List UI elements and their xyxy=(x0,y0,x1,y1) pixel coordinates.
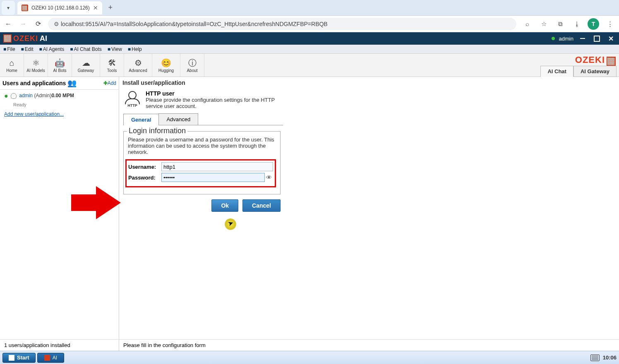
browser-tab[interactable]: OZEKI 10 (192.168.0.126) ✕ xyxy=(17,1,102,14)
tab-close-icon[interactable]: ✕ xyxy=(93,5,98,11)
forward-icon: → xyxy=(18,19,28,29)
hugging-icon: 😊 xyxy=(161,57,171,68)
taskbar-app-icon xyxy=(44,355,50,361)
start-flag-icon xyxy=(9,355,14,361)
menu-bar: ■File ■Edit ■AI Agents ■AI Chat Bots ■Vi… xyxy=(0,45,619,54)
tool-about[interactable]: ⓘAbout xyxy=(180,54,204,77)
view-tab-ai-chat[interactable]: AI Chat xyxy=(540,66,573,77)
sidebar-add-link[interactable]: ✚Add xyxy=(103,80,116,86)
url-text: localhost:9515/AI/?a=InstallSoloApplicat… xyxy=(61,21,328,27)
menu-ai-chat-bots[interactable]: ■AI Chat Bots xyxy=(70,46,102,52)
username-input[interactable] xyxy=(161,162,273,171)
tab-general[interactable]: General xyxy=(123,114,159,125)
tool-ai-models[interactable]: ⚛AI Models xyxy=(24,54,48,77)
ok-button[interactable]: Ok xyxy=(211,199,238,212)
reload-icon[interactable]: ⟳ xyxy=(33,19,43,29)
tab-list-dropdown[interactable]: ▾ xyxy=(2,1,15,15)
about-info-icon: ⓘ xyxy=(188,57,197,68)
clock[interactable]: 10:06 xyxy=(603,354,617,361)
models-icon: ⚛ xyxy=(32,57,40,68)
new-tab-button[interactable]: + xyxy=(105,2,116,14)
password-key-icon[interactable]: ⌕ xyxy=(521,18,533,30)
window-minimize-icon[interactable] xyxy=(578,34,588,43)
bookmark-star-icon[interactable]: ☆ xyxy=(538,18,549,30)
browser-nav-bar: ← → ⟳ ⚙ localhost:9515/AI/?a=InstallSolo… xyxy=(0,16,619,32)
content-footer: Please fill in the configuration form xyxy=(119,339,619,351)
advanced-gear-icon: ⚙ xyxy=(134,57,142,68)
browser-tab-strip: ▾ OZEKI 10 (192.168.0.126) ✕ + xyxy=(0,0,619,16)
tools-icon: 🛠 xyxy=(108,57,116,68)
label-username: Username: xyxy=(128,164,161,170)
content-title: Install user/application xyxy=(119,77,619,89)
menu-ai-agents[interactable]: ■AI Agents xyxy=(39,46,65,52)
brand-grid-icon xyxy=(607,57,616,66)
site-settings-icon[interactable]: ⚙ xyxy=(54,21,59,27)
user-name-link[interactable]: admin xyxy=(19,93,33,98)
back-icon[interactable]: ← xyxy=(3,19,13,29)
install-title: HTTP user xyxy=(146,90,278,97)
tab-title: OZEKI 10 (192.168.0.126) xyxy=(31,5,90,11)
downloads-icon[interactable]: ⭳ xyxy=(571,18,583,30)
reveal-password-icon[interactable]: 👁 xyxy=(265,174,273,181)
tool-ai-bots[interactable]: 🤖AI Bots xyxy=(48,54,72,77)
tool-hugging[interactable]: 😊Hugging xyxy=(152,54,180,77)
taskbar-app-ai[interactable]: AI xyxy=(37,353,64,363)
window-close-icon[interactable]: ✕ xyxy=(606,34,616,43)
menu-help[interactable]: ■Help xyxy=(128,46,142,52)
app-logo-icon xyxy=(3,34,12,43)
sidebar: Users and applications 👥 ✚Add ● admin (A… xyxy=(0,77,119,351)
sidebar-heading: Users and applications 👥 ✚Add xyxy=(0,77,119,90)
home-icon: ⌂ xyxy=(9,57,14,68)
content-pane: Install user/application HTTP HTTP user … xyxy=(119,77,619,351)
tool-advanced[interactable]: ⚙Advanced xyxy=(124,54,152,77)
label-password: Password: xyxy=(128,175,161,181)
logo-ai: AI xyxy=(40,34,47,43)
taskbar: Start AI 10:06 xyxy=(0,351,619,364)
users-icon: 👥 xyxy=(67,79,77,88)
annotation-highlight: Username: Password: 👁 xyxy=(125,159,276,187)
extensions-icon[interactable]: ⧉ xyxy=(554,18,566,30)
window-maximize-icon[interactable] xyxy=(592,34,602,43)
install-description: Please provide the configuration setting… xyxy=(146,97,278,109)
http-user-icon: HTTP xyxy=(123,90,142,108)
browser-menu-icon[interactable]: ⋮ xyxy=(604,18,616,30)
fieldset-legend: Login information xyxy=(127,127,187,135)
tool-gateway[interactable]: ☁Gateway xyxy=(72,54,100,77)
config-tabs: General Advanced xyxy=(123,113,283,125)
login-info-fieldset: Login information Please provide a usern… xyxy=(123,131,281,194)
sidebar-footer: 1 users/application installed xyxy=(0,339,119,351)
person-icon xyxy=(11,93,17,99)
user-status: Ready xyxy=(0,102,119,107)
view-tab-ai-gateway[interactable]: AI Gateway xyxy=(573,66,617,77)
tab-favicon-icon xyxy=(22,5,28,11)
gateway-icon: ☁ xyxy=(82,57,90,68)
tool-tools[interactable]: 🛠Tools xyxy=(100,54,124,77)
menu-file[interactable]: ■File xyxy=(3,46,15,52)
cancel-button[interactable]: Cancel xyxy=(242,199,281,212)
bots-icon: 🤖 xyxy=(55,57,65,68)
keyboard-icon[interactable] xyxy=(590,354,600,361)
tool-home[interactable]: ⌂Home xyxy=(0,54,24,77)
fieldset-description: Please provide a username and a password… xyxy=(128,136,276,155)
status-dot-icon xyxy=(552,37,555,40)
profile-avatar[interactable]: T xyxy=(588,18,599,30)
user-row-admin[interactable]: ● admin (Admin)0.00 MPM xyxy=(0,90,119,102)
menu-edit[interactable]: ■Edit xyxy=(21,46,34,52)
online-dot-icon: ● xyxy=(4,92,8,99)
menu-view[interactable]: ■View xyxy=(108,46,122,52)
add-new-user-link[interactable]: Add new user/application... xyxy=(0,107,119,121)
toolbar: ⌂Home ⚛AI Models 🤖AI Bots ☁Gateway 🛠Tool… xyxy=(0,54,619,77)
app-header: OZEKI AI admin ✕ xyxy=(0,32,619,45)
password-input[interactable] xyxy=(161,173,265,182)
url-bar[interactable]: ⚙ localhost:9515/AI/?a=InstallSoloApplic… xyxy=(48,18,516,30)
header-username[interactable]: admin xyxy=(559,36,573,42)
logo-ozeki: OZEKI xyxy=(13,34,38,43)
system-tray: 10:06 xyxy=(590,354,617,361)
start-button[interactable]: Start xyxy=(2,353,36,363)
tab-advanced[interactable]: Advanced xyxy=(158,113,198,125)
